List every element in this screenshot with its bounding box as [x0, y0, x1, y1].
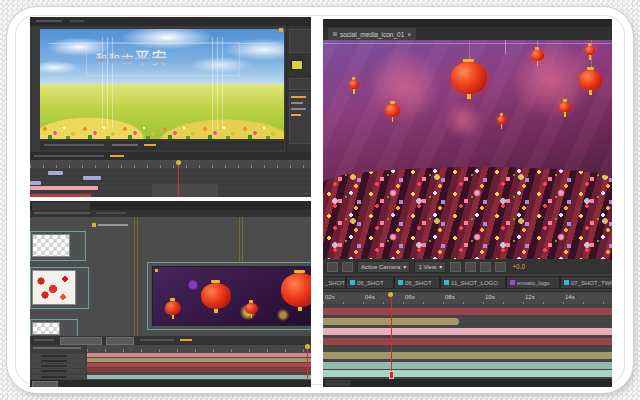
layer-bar[interactable] — [30, 186, 98, 190]
tab-label: social_media_icon_01 — [340, 31, 404, 38]
toolbar-icon[interactable] — [480, 262, 491, 272]
flower-strip — [40, 124, 284, 139]
time-ruler[interactable]: 02s 04s 06s 08s 10s 12s 14s — [323, 291, 612, 305]
lantern — [385, 104, 400, 117]
node-marker — [92, 223, 96, 227]
viewer-tool-icons[interactable] — [44, 144, 104, 146]
toolbar-icons[interactable] — [34, 339, 54, 341]
selection-marker — [155, 269, 158, 272]
view-dropdown[interactable] — [106, 337, 134, 345]
lantern — [559, 102, 571, 112]
toolbar-icon[interactable] — [495, 262, 506, 272]
flowchart-tab[interactable] — [32, 202, 90, 210]
playhead-marker[interactable] — [305, 344, 310, 349]
ruler-tick: 14s — [565, 294, 575, 300]
camera-dropdown[interactable]: Active Camera ▾ — [357, 261, 410, 273]
comp-color-chip — [444, 280, 449, 285]
comp-tab[interactable]: envato_logo — [507, 277, 559, 288]
transparent-thumb[interactable] — [32, 322, 60, 335]
toolbar-icon[interactable] — [465, 262, 476, 272]
layer-bar[interactable] — [323, 328, 612, 335]
toolbar-icon[interactable] — [342, 262, 353, 272]
playhead-handle[interactable] — [389, 371, 394, 379]
timeline-time-display — [110, 155, 124, 157]
playhead-line[interactable] — [307, 345, 308, 380]
viewer-tool-icons[interactable] — [112, 144, 138, 146]
timeline-icons[interactable] — [33, 347, 81, 349]
pane-corner-marker — [279, 28, 283, 32]
footer-grip[interactable] — [32, 381, 58, 387]
playhead-line[interactable] — [178, 160, 179, 197]
layer-bar[interactable] — [87, 358, 311, 362]
layer-bar[interactable] — [323, 352, 612, 359]
view-dropdown[interactable]: 1 View ▾ — [414, 261, 446, 273]
ruler-tick: 02s — [325, 294, 335, 300]
playhead-marker[interactable] — [388, 292, 393, 297]
layer-row[interactable] — [31, 359, 85, 363]
fill-color-swatch[interactable] — [291, 60, 303, 70]
ruler-tick: 04s — [365, 294, 375, 300]
transparent-thumb[interactable] — [32, 234, 70, 257]
view-dropdown-label: 1 View — [418, 264, 436, 270]
panel-value-text — [291, 96, 306, 98]
time-ruler[interactable] — [30, 160, 311, 168]
toolbar-icon[interactable] — [450, 262, 461, 272]
layer-bar[interactable] — [87, 353, 311, 357]
lantern-thumb[interactable] — [32, 270, 76, 305]
layer-bar[interactable] — [87, 368, 311, 372]
layer-row[interactable] — [31, 369, 85, 373]
camera-dropdown[interactable] — [60, 337, 102, 345]
layer-bar[interactable] — [87, 375, 311, 379]
footer-grip[interactable] — [325, 380, 351, 386]
composition-viewer-landscape[interactable]: 和和吉平安 — [40, 29, 284, 139]
layer-row[interactable] — [31, 375, 85, 379]
close-icon[interactable]: × — [407, 31, 411, 38]
layer-bar[interactable] — [87, 363, 311, 367]
lantern — [349, 80, 359, 89]
ruler-tick: 06s — [405, 294, 415, 300]
flowchart-menu-text[interactable] — [96, 212, 126, 214]
connector-line — [137, 217, 138, 336]
character-section — [289, 92, 311, 144]
playhead-marker[interactable] — [176, 160, 181, 165]
connector-line — [239, 217, 240, 263]
magnification-value[interactable] — [144, 144, 156, 146]
layer-bar[interactable] — [323, 370, 612, 377]
ruler-tick: 08s — [445, 294, 455, 300]
layer-row[interactable] — [31, 354, 85, 358]
lantern — [201, 283, 231, 309]
layer-row[interactable] — [31, 364, 85, 368]
flowchart-canvas[interactable] — [30, 217, 311, 336]
guide-line — [505, 40, 506, 54]
layer-bar[interactable] — [30, 194, 91, 197]
layer-bar[interactable] — [323, 338, 612, 345]
time-ruler[interactable] — [87, 345, 311, 352]
flowchart-tabstrip — [30, 201, 311, 210]
layer-lanes — [323, 304, 612, 379]
lantern-preview-image[interactable] — [152, 266, 311, 326]
viewer-toolbar: Active Camera ▾ 1 View ▾ +0.0 — [323, 259, 612, 274]
flowchart-menu-text[interactable] — [34, 212, 90, 214]
comp-tab[interactable]: 11_SHOT_LOGO — [441, 277, 505, 288]
comp-tab-label: _SHOT — [325, 280, 345, 286]
toolbar-icons[interactable] — [140, 339, 174, 341]
layer-bar[interactable] — [30, 181, 41, 185]
layer-bar[interactable] — [323, 362, 612, 369]
composition-viewer-lanterns[interactable] — [323, 40, 612, 259]
comp-tab[interactable]: 06_SHOT — [395, 277, 439, 288]
toolbar-icon[interactable] — [327, 262, 338, 272]
comp-tab[interactable]: 06_SHOT — [347, 277, 393, 288]
comp-tab[interactable]: _SHOT — [323, 277, 345, 288]
exposure-value: +0.0 — [512, 263, 525, 270]
composition-tab[interactable]: social_media_icon_01 × — [328, 28, 416, 40]
comp-color-chip — [564, 280, 569, 285]
comp-color-chip — [510, 280, 515, 285]
timeline-tool-icons[interactable] — [34, 155, 104, 157]
lantern — [281, 273, 311, 307]
comp-tab[interactable]: 07_SHOT_TWITTER — [561, 277, 612, 288]
chevron-down-icon: ▾ — [439, 263, 442, 270]
connector-line — [242, 217, 243, 263]
layer-bar[interactable] — [323, 308, 612, 315]
layer-bar[interactable] — [83, 176, 101, 180]
layer-bar[interactable] — [48, 171, 63, 175]
